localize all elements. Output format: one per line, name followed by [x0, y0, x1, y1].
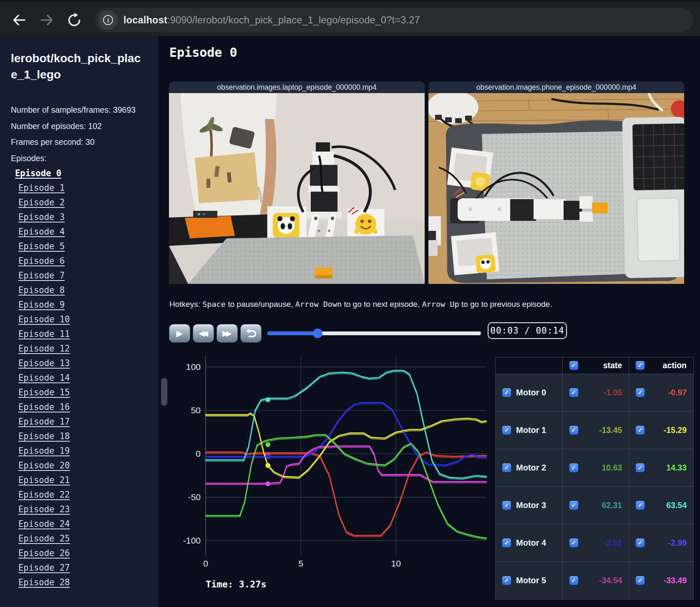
episode-link[interactable]: Episode 11 — [18, 327, 70, 341]
motor-checkbox[interactable]: ✓ — [502, 463, 511, 472]
slider-thumb[interactable] — [313, 329, 322, 338]
episode-link[interactable]: Episode 6 — [18, 254, 65, 268]
box-bottom-left — [451, 232, 499, 275]
motor-name: Motor 1 — [516, 425, 546, 435]
action-checkbox[interactable]: ✓ — [636, 501, 645, 510]
loop-button[interactable] — [240, 324, 262, 343]
motor-checkbox[interactable]: ✓ — [502, 539, 511, 547]
fast-forward-icon: ▶▶ — [222, 329, 229, 338]
seek-slider[interactable] — [267, 328, 481, 338]
video-title-laptop: observation.images.laptop_episode_000000… — [169, 81, 425, 93]
x-tick-label: 5 — [298, 559, 303, 568]
laptop-video[interactable] — [169, 93, 425, 284]
episode-link[interactable]: Episode 18 — [18, 429, 70, 444]
site-info-icon[interactable]: i — [98, 10, 118, 30]
episode-link[interactable]: Episode 2 — [18, 195, 65, 210]
state-value: -13.45 — [599, 425, 622, 435]
motor-checkbox[interactable]: ✓ — [502, 576, 511, 585]
person — [181, 93, 277, 223]
motor-row: ✓Motor 4✓-3.52✓-2.99 — [496, 524, 694, 562]
action-column-checkbox[interactable]: ✓ — [636, 361, 645, 370]
slider-track[interactable] — [267, 331, 481, 335]
episode-link[interactable]: Episode 8 — [18, 283, 65, 298]
video-panel-laptop: observation.images.laptop_episode_000000… — [169, 81, 425, 284]
url-text: localhost:9090/lerobot/koch_pick_place_1… — [123, 15, 420, 26]
state-column-checkbox[interactable]: ✓ — [569, 361, 578, 370]
y-tick-label: 50 — [191, 405, 201, 415]
episode-link[interactable]: Episode 3 — [18, 210, 65, 225]
dataset-title: lerobot/koch_pick_place_1_lego — [11, 50, 144, 83]
stat-episodes: Number of episodes: 102 — [11, 118, 140, 134]
episode-link[interactable]: Episode 15 — [18, 385, 70, 400]
episode-link[interactable]: Episode 7 — [18, 268, 65, 283]
phone-video[interactable] — [428, 93, 684, 284]
episode-link[interactable]: Episode 21 — [18, 473, 70, 488]
state-checkbox[interactable]: ✓ — [569, 463, 578, 472]
stat-samples: Number of samples/frames: 39693 — [11, 102, 140, 118]
fast-forward-button[interactable]: ▶▶ — [217, 324, 238, 343]
action-checkbox[interactable]: ✓ — [636, 388, 645, 397]
state-checkbox[interactable]: ✓ — [569, 388, 578, 397]
current-time-dot — [265, 397, 270, 402]
episode-heading: Episode 0 — [169, 45, 237, 60]
motor-name: Motor 4 — [516, 538, 546, 548]
reload-icon[interactable] — [66, 12, 83, 28]
state-checkbox[interactable]: ✓ — [569, 426, 578, 435]
episode-link[interactable]: Episode 26 — [18, 546, 70, 561]
episode-link[interactable]: Episode 5 — [18, 239, 65, 254]
episode-link[interactable]: Episode 23 — [18, 502, 70, 517]
action-checkbox[interactable]: ✓ — [636, 539, 645, 547]
action-value: -2.99 — [668, 538, 687, 548]
forward-icon[interactable] — [38, 12, 55, 28]
motor-checkbox[interactable]: ✓ — [502, 388, 511, 397]
episode-link[interactable]: Episode 1 — [18, 181, 65, 195]
episode-link[interactable]: Episode 28 — [18, 575, 70, 590]
state-value: 62.31 — [602, 501, 622, 510]
loop-icon — [246, 329, 257, 339]
action-value: 14.33 — [666, 463, 687, 473]
table-header-row: ✓state ✓action — [496, 357, 694, 374]
motor-name: Motor 0 — [516, 388, 546, 397]
episode-link[interactable]: Episode 25 — [18, 531, 70, 546]
episode-link[interactable]: Episode 17 — [18, 415, 70, 429]
rewind-button[interactable]: ◀◀ — [193, 324, 214, 343]
address-bar[interactable]: i localhost:9090/lerobot/koch_pick_place… — [95, 8, 693, 32]
back-icon[interactable] — [11, 12, 28, 28]
episode-link[interactable]: Episode 27 — [18, 561, 70, 575]
motor-checkbox[interactable]: ✓ — [502, 501, 511, 510]
action-checkbox[interactable]: ✓ — [636, 463, 645, 472]
current-time-dot — [265, 454, 270, 459]
browser-toolbar: i localhost:9090/lerobot/koch_pick_place… — [0, 0, 700, 36]
chart-line — [206, 372, 486, 479]
motor-row: ✓Motor 5✓-34.54✓-33.49 — [496, 562, 694, 599]
episode-link[interactable]: Episode 24 — [18, 517, 70, 531]
state-value: -1.05 — [604, 388, 622, 397]
episode-link[interactable]: Episode 22 — [18, 488, 70, 502]
motor-row: ✓Motor 1✓-13.45✓-15.29 — [496, 412, 694, 449]
episode-link[interactable]: Episode 12 — [18, 341, 70, 356]
play-icon: ▶ — [176, 329, 183, 339]
lego-baseplate — [188, 235, 425, 284]
state-checkbox[interactable]: ✓ — [569, 576, 578, 585]
episode-link[interactable]: Episode 20 — [18, 458, 70, 473]
episode-link[interactable]: Episode 0 — [15, 166, 61, 181]
action-checkbox[interactable]: ✓ — [636, 426, 645, 435]
episode-link[interactable]: Episode 10 — [18, 312, 70, 327]
episode-link[interactable]: Episode 13 — [18, 356, 70, 371]
episodes-label: Episodes: — [11, 150, 158, 167]
motor-name: Motor 3 — [516, 501, 546, 510]
episode-link[interactable]: Episode 19 — [18, 444, 70, 458]
episode-link[interactable]: Episode 16 — [18, 400, 70, 415]
state-checkbox[interactable]: ✓ — [569, 539, 578, 547]
video-row: observation.images.laptop_episode_000000… — [169, 81, 684, 284]
action-checkbox[interactable]: ✓ — [636, 576, 645, 585]
motor-checkbox[interactable]: ✓ — [502, 426, 511, 435]
state-checkbox[interactable]: ✓ — [569, 501, 578, 510]
episode-link[interactable]: Episode 9 — [18, 298, 65, 312]
play-button[interactable]: ▶ — [169, 324, 190, 343]
action-value: -33.49 — [664, 576, 687, 585]
action-value: -0.97 — [668, 388, 687, 397]
episode-link[interactable]: Episode 4 — [18, 225, 65, 239]
episode-link[interactable]: Episode 14 — [18, 371, 70, 385]
motor-row: ✓Motor 2✓10.63✓14.33 — [496, 449, 694, 487]
